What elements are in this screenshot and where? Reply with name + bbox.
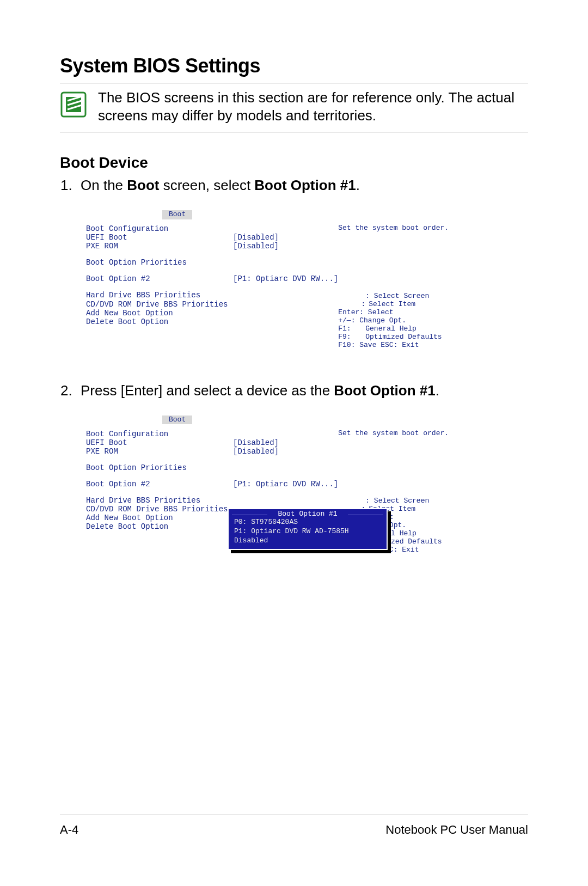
bios-cd-priorities: CD/DVD ROM Drive BBS Priorities — [86, 300, 233, 309]
note-icon — [60, 91, 87, 118]
bios-uefi-boot: UEFI Boot — [86, 438, 233, 447]
bios-hdd-priorities: Hard Drive BBS Priorities — [86, 291, 233, 300]
step1-bold1: Boot — [127, 177, 159, 193]
bios-help-keys: : Select Screen :Select Item Enter: Sele… — [338, 292, 538, 350]
help-select-item: Select Item — [369, 300, 415, 308]
bios-tab-boot: Boot — [162, 415, 192, 425]
bios-screenshot-2: Boot Boot Configuration UEFI Boot PXE RO… — [86, 415, 538, 555]
help-enter: Enter: Select — [338, 309, 538, 317]
help-f9-key: F9: — [338, 333, 365, 341]
section-heading: Boot Device — [60, 154, 528, 172]
page-title: System BIOS Settings — [60, 54, 528, 77]
bios-hint: Set the system boot order. — [338, 430, 538, 438]
popup-title: Boot Option #1 — [229, 509, 387, 518]
popup-item-disabled: Disabled — [229, 536, 387, 546]
step-2: Press [Enter] and select a device as the… — [76, 382, 528, 555]
step1-bold2: Boot Option #1 — [254, 177, 356, 193]
step1-text2: screen, select — [159, 177, 254, 193]
bios-pxe-rom: PXE ROM — [86, 242, 233, 250]
bios-opt2-value: [P1: Optiarc DVD RW...] — [233, 480, 338, 488]
step1-text: On the — [81, 177, 127, 193]
bios-pxe-rom: PXE ROM — [86, 447, 233, 456]
page-footer: A-4 Notebook PC User Manual — [60, 815, 528, 837]
bios-boot-option-2: Boot Option #2 — [86, 480, 233, 488]
bios-screenshot-1: Boot Boot Configuration UEFI Boot PXE RO… — [86, 210, 538, 350]
note-text: The BIOS screens in this section are for… — [98, 89, 528, 124]
bios-uefi-boot: UEFI Boot — [86, 233, 233, 242]
bios-add-boot: Add New Boot Option — [86, 514, 233, 522]
footer-page-number: A-4 — [60, 823, 78, 837]
bios-tab-boot: Boot — [162, 210, 192, 219]
step2-bold1: Boot Option #1 — [334, 382, 435, 399]
bios-cd-priorities: CD/DVD ROM Drive BBS Priorities — [86, 505, 233, 514]
bios-boot-configuration: Boot Configuration — [86, 430, 233, 438]
step1-period: . — [356, 177, 360, 193]
bios-uefi-value: [Disabled] — [233, 233, 338, 242]
bios-pxe-value: [Disabled] — [233, 242, 338, 250]
popup-item-p1: P1: Optiarc DVD RW AD-7585H — [229, 527, 387, 536]
bios-uefi-value: [Disabled] — [233, 438, 338, 447]
bios-hint: Set the system boot order. — [338, 224, 538, 233]
help-change-opt: +/—: Change Opt. — [338, 317, 538, 325]
help-f1-label: General Help — [365, 325, 416, 333]
bios-pxe-value: [Disabled] — [233, 447, 338, 456]
bios-delete-boot: Delete Boot Option — [86, 317, 233, 326]
help-select-screen: : Select Screen — [338, 292, 538, 301]
help-f1-key: F1: — [338, 325, 365, 333]
help-select-screen: : Select Screen — [338, 497, 538, 505]
help-f9-label: Optimized Defaults — [365, 333, 442, 341]
help-key-colon: : — [338, 301, 369, 309]
bios-delete-boot: Delete Boot Option — [86, 522, 233, 531]
step2-text: Press [Enter] and select a device as the — [81, 382, 334, 399]
bios-boot-option-2: Boot Option #2 — [86, 274, 233, 283]
bios-opt2-value: [P1: Optiarc DVD RW...] — [233, 274, 338, 283]
note-block: The BIOS screens in this section are for… — [60, 83, 528, 132]
bios-boot-priorities-header: Boot Option Priorities — [86, 463, 233, 472]
popup-item-p0: P0: ST9750420AS — [229, 518, 387, 527]
boot-option-popup: Boot Option #1 P0: ST9750420AS P1: Optia… — [228, 508, 388, 551]
step2-period: . — [436, 382, 439, 399]
bios-add-boot: Add New Boot Option — [86, 309, 233, 317]
help-f10-esc: F10: Save ESC: Exit — [338, 341, 538, 350]
bios-hdd-priorities: Hard Drive BBS Priorities — [86, 496, 233, 505]
bios-boot-configuration: Boot Configuration — [86, 224, 233, 233]
footer-manual-title: Notebook PC User Manual — [385, 823, 528, 837]
bios-boot-priorities-header: Boot Option Priorities — [86, 258, 233, 267]
step-1: On the Boot screen, select Boot Option #… — [76, 177, 528, 350]
